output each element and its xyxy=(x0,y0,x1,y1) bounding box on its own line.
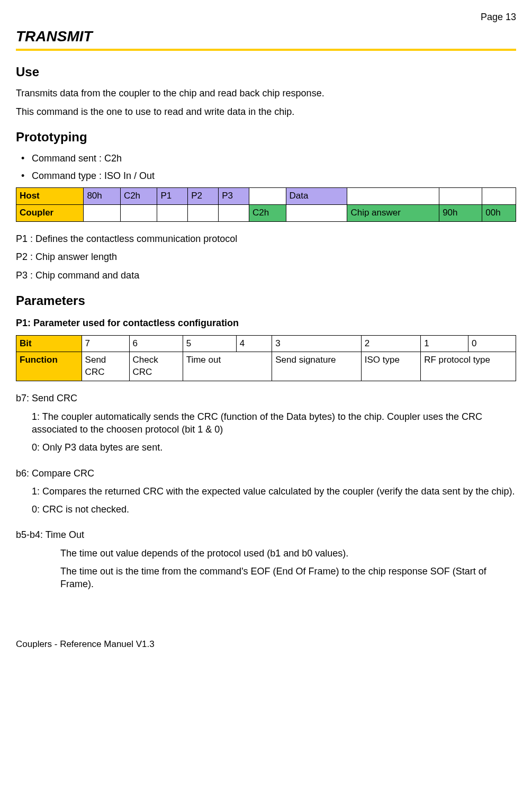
coupler-cell xyxy=(188,205,219,222)
func-cell: Time out xyxy=(183,352,272,381)
p2-desc: P2 : Chip answer length xyxy=(16,250,516,263)
bit-table: Bit 7 6 5 4 3 2 1 0 Function Send CRC Ch… xyxy=(16,335,516,382)
host-cell xyxy=(439,188,482,205)
prototyping-heading: Prototyping xyxy=(16,129,516,146)
b6-opt0: 0: CRC is not checked. xyxy=(32,503,516,516)
parameters-heading: Parameters xyxy=(16,292,516,309)
coupler-cell xyxy=(84,205,120,222)
coupler-cell xyxy=(219,205,249,222)
func-cell: Send signature xyxy=(272,352,362,381)
bit-cell: 7 xyxy=(82,335,129,352)
b54-line2: The time out is the time from the comman… xyxy=(60,565,516,591)
title-rule xyxy=(16,49,516,51)
parameters-subheading: P1: Parameter used for contactless confi… xyxy=(16,317,516,329)
bit-label: Bit xyxy=(16,335,82,352)
bullet-cmd-sent: Command sent : C2h xyxy=(32,152,516,165)
b7-opt1: 1: The coupler automatically sends the C… xyxy=(32,410,516,436)
b7-title: b7: Send CRC xyxy=(16,392,516,405)
table-row: Bit 7 6 5 4 3 2 1 0 xyxy=(16,335,516,352)
p1-desc: P1 : Defines the contactless communicati… xyxy=(16,232,516,245)
bit-cell: 2 xyxy=(361,335,420,352)
footer: Couplers - Reference Manuel V1.3 xyxy=(16,639,516,651)
b7-opt0: 0: Only P3 data bytes are sent. xyxy=(32,441,516,454)
coupler-cell xyxy=(157,205,188,222)
host-cell xyxy=(249,188,286,205)
prototyping-table: Host 80h C2h P1 P2 P3 Data Coupler C2h C… xyxy=(16,187,516,222)
host-cell: 80h xyxy=(84,188,120,205)
table-row: Function Send CRC Check CRC Time out Sen… xyxy=(16,352,516,381)
host-cell: P2 xyxy=(188,188,219,205)
host-cell: P3 xyxy=(219,188,249,205)
p3-desc: P3 : Chip command and data xyxy=(16,269,516,282)
use-p1: Transmits data from the coupler to the c… xyxy=(16,87,516,100)
coupler-cell xyxy=(120,205,157,222)
b6-opt1: 1: Compares the returned CRC with the ex… xyxy=(32,485,516,498)
bullet-cmd-type: Command type : ISO In / Out xyxy=(32,169,516,182)
use-p2: This command is the one to use to read a… xyxy=(16,105,516,118)
func-cell: RF protocol type xyxy=(421,352,516,381)
func-cell: ISO type xyxy=(361,352,420,381)
b6-title: b6: Compare CRC xyxy=(16,467,516,480)
host-cell xyxy=(347,188,439,205)
table-row: Host 80h C2h P1 P2 P3 Data xyxy=(16,188,516,205)
coupler-cell: C2h xyxy=(249,205,286,222)
host-cell: Data xyxy=(286,188,347,205)
coupler-cell xyxy=(286,205,347,222)
page-number: Page 13 xyxy=(16,11,516,23)
bit-cell: 3 xyxy=(272,335,362,352)
table-row: Coupler C2h Chip answer 90h 00h xyxy=(16,205,516,222)
bit-cell: 4 xyxy=(236,335,272,352)
host-cell xyxy=(482,188,516,205)
host-cell: C2h xyxy=(120,188,157,205)
func-cell: Check CRC xyxy=(129,352,183,381)
coupler-cell: Chip answer xyxy=(347,205,439,222)
use-heading: Use xyxy=(16,64,516,80)
bit-cell: 5 xyxy=(183,335,236,352)
page-title: TRANSMIT xyxy=(16,26,516,47)
b54-line1: The time out value depends of the protoc… xyxy=(60,547,516,560)
bit-cell: 1 xyxy=(421,335,468,352)
coupler-label: Coupler xyxy=(16,205,84,222)
host-label: Host xyxy=(16,188,84,205)
b54-title: b5-b4: Time Out xyxy=(16,528,516,541)
bit-cell: 6 xyxy=(129,335,183,352)
bit-cell: 0 xyxy=(468,335,516,352)
prototyping-bullets: Command sent : C2h Command type : ISO In… xyxy=(16,152,516,182)
coupler-cell: 90h xyxy=(439,205,482,222)
host-cell: P1 xyxy=(157,188,188,205)
func-cell: Send CRC xyxy=(82,352,129,381)
coupler-cell: 00h xyxy=(482,205,516,222)
function-label: Function xyxy=(16,352,82,381)
